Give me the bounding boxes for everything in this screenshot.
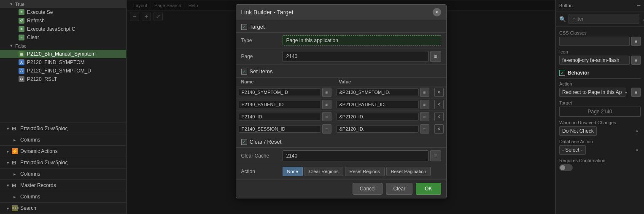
table-row: ≡ ≡ ×: [236, 86, 446, 99]
name-input-2[interactable]: [239, 101, 321, 108]
columns-3-item[interactable]: ▸ Columns: [0, 191, 126, 203]
icon-prop-input[interactable]: [559, 56, 630, 65]
find-symptom-d-item[interactable]: A P2120_FIND_SYMPTOM_D: [0, 67, 126, 75]
execute-js-icon: ≡: [19, 26, 24, 32]
css-classes-input-row: ≡: [559, 37, 641, 46]
value-input-2[interactable]: [337, 101, 419, 108]
behavior-checkbox[interactable]: ✓: [559, 70, 565, 76]
clear-item[interactable]: ≡ Clear: [0, 33, 126, 42]
warn-unsaved-label: Warn on Unsaved Changes: [559, 120, 641, 125]
right-top-minus[interactable]: −: [637, 2, 641, 9]
master-records-item[interactable]: ▾ ⊞ Master Records: [0, 180, 126, 191]
episodia-2-item[interactable]: ▾ ⊞ Επεισόδια Συνεδρίας: [0, 157, 126, 169]
search-label: Search: [20, 205, 36, 211]
action-none-button[interactable]: None: [283, 167, 303, 176]
modal-close-button[interactable]: ×: [433, 8, 441, 16]
p2120-btn-manual-item[interactable]: ▦ P2120_Btn_Manual_Symptom: [0, 50, 126, 58]
find-symptom-d-icon: A: [19, 68, 24, 74]
delete-row-1[interactable]: ×: [434, 88, 444, 97]
find-symptom-icon: A: [19, 59, 24, 65]
target-prop-row: Target Page 2140: [559, 100, 641, 117]
target-section-label: Target: [250, 24, 265, 30]
requires-confirmation-toggle[interactable]: [559, 164, 573, 171]
set-items-checkbox[interactable]: ✓: [241, 69, 247, 75]
modal-header: Link Builder - Target ×: [236, 5, 446, 20]
episodia-1-item[interactable]: ▾ ⊞ Επεισόδια Συνεδρίας: [0, 123, 126, 134]
clear-cache-picker[interactable]: ≡: [430, 150, 441, 161]
p2120-rslt-item[interactable]: ⚙ P2120_RSLT: [0, 75, 126, 83]
columns-2-item[interactable]: ▸ Columns: [0, 169, 126, 180]
database-action-select[interactable]: - Select -: [559, 145, 586, 155]
filter-dropdown-icon[interactable]: ⌄: [642, 16, 644, 22]
execute-js-item[interactable]: ≡ Execute JavaScript C: [0, 25, 126, 33]
value-picker-4[interactable]: ≡: [420, 124, 429, 134]
delete-row-3[interactable]: ×: [434, 112, 444, 121]
warn-unsaved-select[interactable]: Do Not Check: [559, 126, 597, 136]
link-builder-modal: Link Builder - Target × ✓ Target Type Pa…: [236, 4, 447, 198]
action-row: Action None Clear Regions Reset Regions …: [236, 164, 446, 179]
clear-reset-checkbox[interactable]: ✓: [241, 139, 247, 145]
modal-title: Link Builder - Target: [241, 9, 294, 16]
icon-prop-input-row: ≡: [559, 56, 641, 65]
value-picker-3[interactable]: ≡: [420, 112, 429, 121]
name-picker-2[interactable]: ≡: [322, 100, 331, 109]
action-buttons-group: None Clear Regions Reset Regions Reset P…: [283, 167, 441, 176]
dynamic-actions-item[interactable]: ▸ ⚡ Dynamic Actions: [0, 146, 126, 157]
action-reset-pagination-button[interactable]: Reset Pagination: [386, 167, 431, 176]
action-select[interactable]: Redirect to Page in this Ap: [559, 88, 625, 97]
ok-button[interactable]: OK: [416, 183, 441, 195]
table-row: ≡ ≡ ×: [236, 111, 446, 123]
name-picker-4[interactable]: ≡: [322, 124, 331, 134]
value-picker-2[interactable]: ≡: [420, 100, 429, 109]
css-classes-picker[interactable]: ≡: [631, 37, 641, 46]
icon-prop-picker[interactable]: ≡: [631, 56, 641, 65]
columns-1-label: Columns: [20, 137, 40, 143]
page-input[interactable]: [283, 51, 428, 62]
page-picker-button[interactable]: ≡: [430, 51, 441, 62]
execute-se-item[interactable]: ≡ Execute Se: [0, 8, 126, 16]
target-value: Page 2140: [559, 107, 641, 117]
behavior-section-title: ✓ Behavior: [559, 68, 641, 79]
name-input-1[interactable]: [239, 88, 321, 96]
left-panel: ▾ True ≡ Execute Se ↺ Refresh ≡ Execute …: [0, 0, 127, 214]
type-row: Type: [236, 33, 446, 48]
delete-row-2[interactable]: ×: [434, 100, 444, 109]
search-item[interactable]: ▸ </> Search: [0, 203, 126, 214]
value-picker-1[interactable]: ≡: [420, 88, 429, 97]
find-symptom-item[interactable]: A P2120_FIND_SYMPTOM: [0, 58, 126, 67]
filter-input[interactable]: [569, 14, 639, 24]
name-input-3[interactable]: [239, 113, 321, 120]
action-picker[interactable]: ≡: [631, 88, 641, 97]
css-classes-label: CSS Classes: [559, 30, 641, 35]
page-label: Page: [241, 54, 279, 59]
value-input-1[interactable]: [337, 88, 419, 96]
columns-2-label: Columns: [20, 171, 40, 177]
requires-confirmation-label: Requires Confirmation: [559, 158, 641, 163]
action-clear-regions-button[interactable]: Clear Regions: [304, 167, 343, 176]
set-items-section-header: ✓ Set Items: [236, 65, 446, 78]
delete-row-4[interactable]: ×: [434, 124, 444, 134]
action-reset-regions-button[interactable]: Reset Regions: [345, 167, 385, 176]
false-label: ▾ False: [0, 42, 126, 50]
clear-cache-input[interactable]: [283, 150, 428, 161]
master-records-label: Master Records: [20, 182, 56, 188]
target-checkbox[interactable]: ✓: [241, 24, 247, 30]
clear-cache-row: Clear Cache ≡: [236, 148, 446, 164]
css-classes-row: CSS Classes ≡: [559, 30, 641, 46]
name-picker-1[interactable]: ≡: [322, 88, 331, 97]
clear-cache-label: Clear Cache: [241, 153, 279, 159]
name-picker-3[interactable]: ≡: [322, 112, 331, 121]
value-input-4[interactable]: [337, 125, 419, 133]
col-name-header: Name: [236, 78, 334, 86]
name-input-4[interactable]: [239, 125, 321, 133]
value-input-3[interactable]: [337, 113, 419, 120]
columns-1-item[interactable]: ▸ Columns: [0, 134, 126, 146]
cancel-button[interactable]: Cancel: [353, 183, 383, 195]
refresh-item[interactable]: ↺ Refresh: [0, 16, 126, 25]
warn-unsaved-row: Warn on Unsaved Changes Do Not Check: [559, 120, 641, 136]
clear-button[interactable]: Clear: [386, 183, 412, 195]
master-records-icon: ⊞: [12, 182, 18, 188]
type-input[interactable]: [283, 35, 441, 45]
icon-prop-label: Icon: [559, 49, 641, 54]
css-classes-input[interactable]: [559, 37, 630, 46]
